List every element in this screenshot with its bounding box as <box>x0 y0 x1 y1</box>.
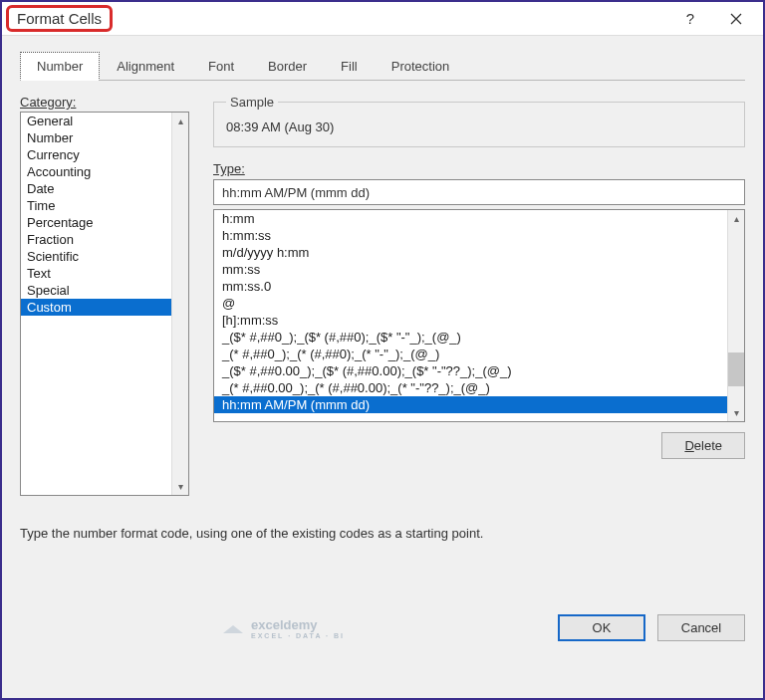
format-item[interactable]: mm:ss.0 <box>214 278 727 295</box>
tab-font[interactable]: Font <box>191 52 251 81</box>
format-item[interactable]: hh:mm AM/PM (mmm dd) <box>214 396 727 413</box>
window-title: Format Cells <box>6 5 113 32</box>
tab-protection[interactable]: Protection <box>375 52 467 81</box>
category-item[interactable]: General <box>21 113 171 129</box>
format-item[interactable]: @ <box>214 295 727 312</box>
dialog-content: Number Alignment Font Border Fill Protec… <box>2 36 763 655</box>
type-input[interactable] <box>213 179 745 205</box>
format-item[interactable]: _($* #,##0.00_);_($* (#,##0.00);_($* "-"… <box>214 362 727 379</box>
tab-number[interactable]: Number <box>20 52 100 81</box>
format-item[interactable]: [h]:mm:ss <box>214 312 727 329</box>
category-listbox[interactable]: GeneralNumberCurrencyAccountingDateTimeP… <box>20 112 189 496</box>
scroll-thumb[interactable] <box>728 352 744 386</box>
sample-group: Sample 08:39 AM (Aug 30) <box>213 95 745 147</box>
category-item[interactable]: Fraction <box>21 231 171 248</box>
scroll-down-icon[interactable]: ▾ <box>172 478 188 495</box>
format-item[interactable]: _(* #,##0.00_);_(* (#,##0.00);_(* "-"??_… <box>214 379 727 396</box>
help-button[interactable]: ? <box>667 4 713 34</box>
format-item[interactable]: _($* #,##0_);_($* (#,##0);_($* "-"_);_(@… <box>214 329 727 346</box>
tab-border[interactable]: Border <box>251 52 324 81</box>
logo-icon <box>221 619 245 637</box>
category-scrollbar[interactable]: ▴ ▾ <box>171 113 188 495</box>
category-item[interactable]: Date <box>21 180 171 197</box>
hint-text: Type the number format code, using one o… <box>20 526 745 541</box>
category-item[interactable]: Text <box>21 265 171 282</box>
close-icon <box>730 13 742 25</box>
sample-value: 08:39 AM (Aug 30) <box>226 119 732 134</box>
scroll-up-icon[interactable]: ▴ <box>172 113 188 129</box>
category-item[interactable]: Percentage <box>21 214 171 231</box>
sample-label: Sample <box>226 95 278 110</box>
titlebar: Format Cells ? <box>2 2 763 36</box>
scroll-down-icon[interactable]: ▾ <box>728 404 744 421</box>
tab-alignment[interactable]: Alignment <box>100 52 191 81</box>
close-button[interactable] <box>713 4 759 34</box>
format-scrollbar[interactable]: ▴ ▾ <box>727 210 744 421</box>
format-item[interactable]: m/d/yyyy h:mm <box>214 244 727 261</box>
category-item[interactable]: Currency <box>21 146 171 163</box>
watermark-text: exceldemy <box>251 617 345 632</box>
tab-strip: Number Alignment Font Border Fill Protec… <box>20 52 745 81</box>
format-item[interactable]: h:mm:ss <box>214 227 727 244</box>
category-item[interactable]: Custom <box>21 299 171 316</box>
category-item[interactable]: Accounting <box>21 163 171 180</box>
category-item[interactable]: Special <box>21 282 171 299</box>
delete-button[interactable]: Delete <box>661 432 745 459</box>
type-label: Type: <box>213 161 745 176</box>
watermark-logo: exceldemy EXCEL · DATA · BI <box>20 617 546 639</box>
category-item[interactable]: Number <box>21 129 171 146</box>
category-item[interactable]: Time <box>21 197 171 214</box>
ok-button[interactable]: OK <box>558 614 645 641</box>
category-label: Category: <box>20 95 189 110</box>
cancel-button[interactable]: Cancel <box>657 614 745 641</box>
scroll-up-icon[interactable]: ▴ <box>728 210 744 227</box>
format-item[interactable]: mm:ss <box>214 261 727 278</box>
tab-fill[interactable]: Fill <box>324 52 375 81</box>
format-listbox[interactable]: h:mmh:mm:ssm/d/yyyy h:mmmm:ssmm:ss.0@[h]… <box>213 209 745 422</box>
watermark-subtext: EXCEL · DATA · BI <box>251 632 345 639</box>
format-item[interactable]: h:mm <box>214 210 727 227</box>
category-item[interactable]: Scientific <box>21 248 171 265</box>
format-item[interactable]: _(* #,##0_);_(* (#,##0);_(* "-"_);_(@_) <box>214 346 727 362</box>
